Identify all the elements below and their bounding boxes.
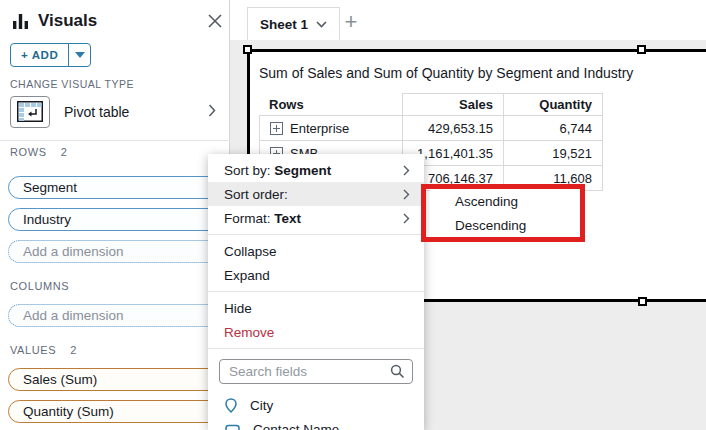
values-section-label: VALUES2	[10, 344, 77, 356]
table-header-rows[interactable]: Rows	[259, 93, 402, 116]
menu-item-expand[interactable]: Expand	[208, 263, 424, 287]
chevron-right-icon	[403, 189, 410, 200]
visual-type-selector[interactable]: Pivot table	[10, 95, 220, 128]
table-cell-sales[interactable]: 429,653.15	[402, 116, 503, 141]
columns-section-label: COLUMNS	[10, 280, 69, 292]
menu-divider	[208, 348, 424, 349]
sort-order-submenu: Ascending Descending	[430, 187, 580, 239]
pivot-table-icon-box[interactable]	[10, 96, 50, 128]
resize-handle-bottom-middle[interactable]	[638, 297, 647, 306]
submenu-item-descending[interactable]: Descending	[430, 213, 580, 237]
close-icon	[208, 14, 222, 28]
menu-item-sort-order[interactable]: Sort order:	[208, 182, 424, 206]
submenu-item-ascending[interactable]: Ascending	[430, 189, 580, 213]
menu-item-remove[interactable]: Remove	[208, 320, 424, 344]
field-list-item-contact-name[interactable]: Contact Name	[208, 417, 424, 430]
pill-label: Sales (Sum)	[23, 372, 97, 387]
table-cell-quantity[interactable]: 6,744	[503, 116, 603, 141]
pill-label: Industry	[23, 212, 71, 227]
field-well-sales-sum[interactable]: Sales (Sum)	[8, 368, 220, 391]
pivot-table-icon	[17, 101, 43, 122]
field-well-quantity-sum[interactable]: Quantity (Sum)	[8, 400, 220, 423]
bar-chart-icon	[12, 13, 29, 30]
add-visual-split-button[interactable]: + ADD	[10, 43, 91, 67]
table-cell-quantity[interactable]: 19,521	[503, 141, 603, 166]
quicksight-analysis-screen: Sheet 1 + Sum of Sales and Sum of Quanti…	[0, 0, 706, 430]
search-icon	[390, 364, 405, 383]
menu-item-hide[interactable]: Hide	[208, 296, 424, 320]
add-button-label[interactable]: + ADD	[11, 44, 68, 66]
panel-divider	[0, 140, 230, 141]
values-count: 2	[70, 344, 77, 356]
add-dimension-dropzone-columns[interactable]: Add a dimension	[8, 304, 220, 327]
add-dimension-dropzone-rows[interactable]: Add a dimension	[8, 240, 220, 263]
add-dropdown-toggle[interactable]	[68, 44, 90, 66]
pill-label: Quantity (Sum)	[23, 404, 114, 419]
dropzone-placeholder: Add a dimension	[23, 244, 124, 259]
rows-count: 2	[61, 146, 68, 158]
close-panel-button[interactable]	[206, 12, 224, 30]
caret-down-icon	[75, 52, 85, 58]
menu-item-format[interactable]: Format: Text	[208, 206, 424, 230]
chevron-right-icon	[403, 213, 410, 224]
tab-sheet-1[interactable]: Sheet 1	[247, 7, 340, 40]
visual-title: Sum of Sales and Sum of Quantity by Segm…	[259, 65, 633, 81]
expand-plus-icon[interactable]	[270, 122, 283, 135]
search-fields-wrap	[219, 359, 413, 384]
menu-item-collapse[interactable]: Collapse	[208, 239, 424, 263]
rows-section-label: ROWS2	[10, 146, 67, 158]
pill-label: Segment	[23, 180, 77, 195]
sheet-tab-label: Sheet 1	[260, 17, 308, 32]
table-row-label[interactable]: Enterprise	[259, 116, 402, 141]
panel-header: Visuals	[12, 11, 97, 31]
resize-handle-top-middle[interactable]	[637, 45, 646, 54]
search-fields-input[interactable]	[219, 359, 413, 384]
plus-icon: +	[345, 9, 358, 35]
field-label: City	[250, 398, 273, 413]
row-label-text: Enterprise	[290, 121, 349, 136]
field-label: Contact Name	[253, 422, 339, 430]
table-header-quantity[interactable]: Quantity	[503, 93, 603, 116]
visual-type-name: Pivot table	[64, 104, 129, 120]
menu-item-sort-by[interactable]: Sort by: Segment	[208, 158, 424, 182]
chevron-right-icon[interactable]	[208, 103, 216, 121]
field-well-segment[interactable]: Segment	[8, 176, 220, 199]
add-sheet-button[interactable]: +	[338, 9, 364, 35]
field-context-menu: Sort by: Segment Sort order: Format: Tex…	[208, 154, 424, 430]
change-visual-type-label: CHANGE VISUAL TYPE	[10, 78, 134, 90]
menu-divider	[208, 234, 424, 235]
dropzone-placeholder: Add a dimension	[23, 308, 124, 323]
field-list-item-city[interactable]: City	[208, 393, 424, 417]
table-header-sales[interactable]: Sales	[402, 93, 503, 116]
visuals-panel: Visuals + ADD CHANGE VISUAL TYPE Pivot t…	[0, 0, 230, 430]
location-pin-icon	[225, 398, 237, 413]
menu-divider	[208, 291, 424, 292]
dimension-icon	[225, 424, 240, 430]
resize-handle-top-left[interactable]	[243, 45, 252, 54]
chevron-down-icon[interactable]	[316, 21, 327, 28]
panel-title: Visuals	[38, 11, 97, 31]
field-well-industry[interactable]: Industry	[8, 208, 220, 231]
chevron-right-icon	[403, 165, 410, 176]
